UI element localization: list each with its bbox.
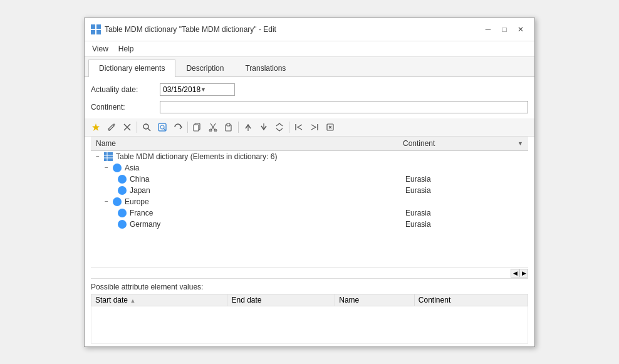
tree-empty-space: [91, 230, 528, 268]
scroll-right-button[interactable]: ▶: [519, 269, 528, 278]
continent-label: Continent:: [91, 103, 160, 112]
scroll-left-button[interactable]: ◀: [511, 269, 519, 278]
tab-description[interactable]: Description: [175, 60, 234, 76]
tree-row-china[interactable]: China Eurasia: [91, 174, 528, 185]
asia-group-icon: [113, 164, 122, 172]
paste-icon: [224, 123, 233, 132]
add-icon: [91, 123, 100, 132]
menu-bar: View Help: [85, 41, 534, 57]
svg-rect-0: [91, 24, 95, 29]
continent-row: Continent:: [91, 101, 528, 113]
france-continent: Eurasia: [403, 208, 528, 218]
filter-button[interactable]: [155, 120, 170, 134]
tab-translations[interactable]: Translations: [234, 60, 296, 76]
copy-button[interactable]: [190, 120, 205, 134]
germany-icon: [118, 220, 127, 229]
sort-arrow-icon: ▼: [518, 140, 523, 147]
europe-group-icon: [113, 197, 122, 206]
actuality-date-value: 03/15/2018: [163, 85, 200, 94]
europe-label: Europe: [123, 197, 403, 207]
tab-bar: Dictionary elements Description Translat…: [85, 57, 534, 77]
filter-icon: [158, 123, 167, 132]
scrollbar-row: ◀ ▶: [91, 268, 528, 279]
delete-button[interactable]: [120, 120, 135, 134]
move-down-icon: [259, 123, 268, 132]
refresh-icon: [174, 123, 182, 132]
asia-toggle[interactable]: −: [102, 164, 111, 172]
china-continent: Eurasia: [403, 174, 528, 184]
china-label: China: [128, 174, 403, 184]
svg-marker-4: [92, 123, 100, 131]
first-page-button[interactable]: [291, 120, 306, 134]
attr-table: Start date ▲ End date Name Continent: [91, 294, 528, 344]
france-label: France: [128, 208, 403, 218]
tree-row-germany[interactable]: Germany Eurasia: [91, 219, 528, 230]
last-page-button[interactable]: [307, 120, 322, 134]
asia-label: Asia: [123, 163, 403, 173]
edit-icon: [107, 123, 116, 132]
sort-start-date-icon: ▲: [130, 298, 135, 304]
france-icon: [118, 209, 127, 217]
svg-rect-14: [194, 125, 199, 131]
tree-header-continent: Continent ▼: [400, 138, 526, 149]
first-page-icon: [294, 123, 303, 132]
svg-rect-20: [227, 123, 230, 126]
europe-toggle[interactable]: −: [102, 197, 111, 206]
svg-rect-28: [104, 152, 113, 161]
tree-header: Name Continent ▼: [91, 137, 528, 151]
svg-rect-1: [96, 24, 101, 29]
date-dropdown-arrow: ▼: [200, 86, 232, 93]
title-bar-left: Table MDM dictionary "Table MDM dictiona…: [91, 24, 276, 34]
toolbar-separator-2: [187, 122, 188, 133]
move-up-button[interactable]: [241, 120, 256, 134]
search-button[interactable]: [139, 120, 154, 134]
maximize-button[interactable]: □: [497, 23, 512, 36]
toolbar: [85, 118, 534, 137]
tree-row-asia-group[interactable]: − Asia: [91, 162, 528, 174]
svg-line-9: [148, 128, 150, 131]
asia-continent: [403, 167, 528, 169]
title-controls: ─ □ ✕: [481, 23, 528, 36]
actuality-label: Actuality date:: [91, 85, 160, 94]
toolbar-separator-1: [137, 122, 137, 133]
svg-point-8: [143, 124, 148, 129]
window-title: Table MDM dictionary "Table MDM dictiona…: [105, 25, 276, 34]
root-toggle[interactable]: −: [93, 152, 102, 161]
col-continent: Continent: [414, 294, 528, 306]
clear-icon: [326, 123, 335, 132]
minimize-button[interactable]: ─: [481, 23, 496, 36]
sort-button[interactable]: [272, 120, 287, 134]
menu-help[interactable]: Help: [113, 43, 139, 55]
tree-row-root[interactable]: − Table MDM dictionary (Elements in dict…: [91, 151, 528, 162]
cut-button[interactable]: [205, 120, 221, 134]
add-button[interactable]: [88, 120, 103, 134]
cut-icon: [209, 123, 217, 132]
menu-view[interactable]: View: [87, 43, 113, 55]
actuality-date-picker[interactable]: 03/15/2018 ▼: [160, 83, 235, 96]
move-down-button[interactable]: [256, 120, 271, 134]
clear-filter-button[interactable]: [323, 120, 338, 134]
close-button[interactable]: ✕: [513, 23, 528, 36]
continent-input[interactable]: [160, 101, 528, 113]
svg-rect-3: [96, 30, 101, 34]
china-icon: [118, 175, 127, 184]
root-label: Table MDM dictionary (Elements in dictio…: [115, 152, 528, 162]
actuality-row: Actuality date: 03/15/2018 ▼: [91, 83, 528, 96]
toolbar-separator-4: [289, 122, 289, 133]
tree-row-france[interactable]: France Eurasia: [91, 207, 528, 219]
germany-label: Germany: [128, 219, 403, 229]
tab-dictionary-elements[interactable]: Dictionary elements: [88, 60, 175, 77]
refresh-button[interactable]: [170, 120, 185, 134]
paste-button[interactable]: [221, 120, 236, 134]
col-name: Name: [335, 294, 415, 306]
move-up-icon: [244, 123, 252, 132]
tab-content: Actuality date: 03/15/2018 ▼ Continent:: [85, 77, 534, 279]
edit-button[interactable]: [104, 120, 119, 134]
asia-group: − Asia China Eurasia Japan Eurasia: [91, 162, 528, 196]
possible-label: Possible attribute element values:: [91, 283, 528, 291]
possible-section: Possible attribute element values: Start…: [85, 279, 534, 346]
title-bar: Table MDM dictionary "Table MDM dictiona…: [85, 18, 534, 41]
tree-row-japan[interactable]: Japan Eurasia: [91, 185, 528, 196]
toolbar-separator-3: [238, 122, 239, 133]
tree-row-europe-group[interactable]: − Europe: [91, 196, 528, 207]
